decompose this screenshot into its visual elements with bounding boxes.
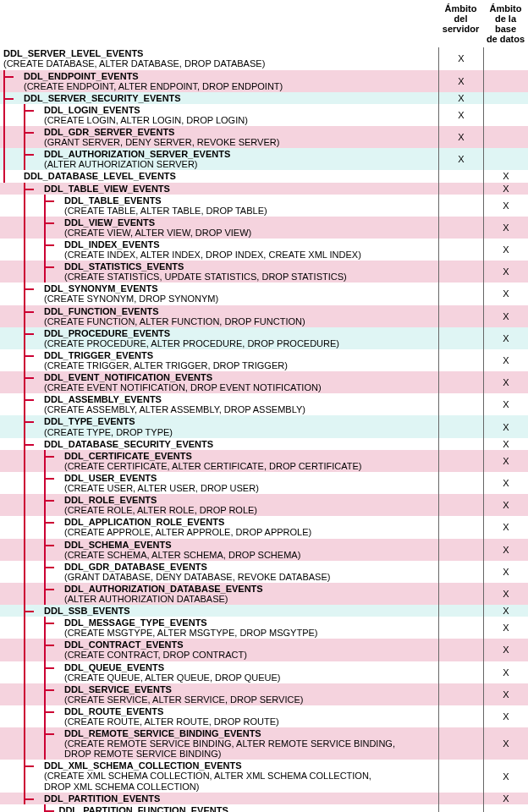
tree-cell: DDL_TABLE_VIEW_EVENTS [0,183,438,195]
tree-cell: DDL_TRIGGER_EVENTS(CREATE TRIGGER, ALTER… [0,349,438,371]
tree-connector-vertical [3,126,5,148]
server-scope-cell [438,760,483,792]
tree-cell: DDL_FUNCTION_EVENTS(CREATE FUNCTION, ALT… [0,305,438,327]
event-group-detail: (CREATE TABLE, ALTER TABLE, DROP TABLE) [64,206,267,216]
tree-row: DDL_SERVER_SECURITY_EVENTSX [0,92,528,104]
db-scope-cell: X [483,617,528,639]
server-scope-cell [438,415,483,437]
event-group-title: DDL_QUEUE_EVENTS [64,662,281,672]
tree-cell: DDL_SERVER_SECURITY_EVENTS [0,92,438,104]
db-scope-cell: X [483,605,528,617]
db-scope-cell: X [483,239,528,261]
tree-row: DDL_PARTITION_EVENTSX [0,793,528,804]
event-group-title: DDL_SYNONYM_EVENTS [44,283,218,294]
tree-row: DDL_SSB_EVENTSX [0,605,528,617]
tree-row: DDL_REMOTE_SERVICE_BINDING_EVENTS(CREATE… [0,727,528,760]
tree-row: DDL_DATABASE_LEVEL_EVENTSX [0,170,528,182]
server-scope-cell: X [438,126,483,148]
event-group-detail: (CREATE LOGIN, ALTER LOGIN, DROP LOGIN) [44,115,248,125]
tree-cell: DDL_LOGIN_EVENTS(CREATE LOGIN, ALTER LOG… [0,104,438,126]
tree-row: DDL_AUTHORIZATION_DATABASE_EVENTS(ALTER … [0,583,528,605]
tree-connector-vertical [24,239,25,261]
event-group-title: DDL_INDEX_EVENTS [64,239,361,250]
tree-row: DDL_APPLICATION_ROLE_EVENTS(CREATE APPRO… [0,516,528,538]
db-scope-cell: X [483,371,528,393]
tree-connector-corner [24,149,34,171]
tree-row: DDL_GDR_DATABASE_EVENTS(GRANT DATABASE, … [0,561,528,583]
tree-connector-vertical [24,661,25,683]
tree-cell: DDL_USER_EVENTS(CREATE USER, ALTER USER,… [0,472,438,494]
event-group-title: DDL_TYPE_EVENTS [44,416,173,426]
server-scope-cell: X [438,47,483,69]
event-group-detail: (CREATE VIEW, ALTER VIEW, DROP VIEW) [64,228,251,238]
tree-connector-corner [44,261,54,283]
event-group-detail: (CREATE TYPE, DROP TYPE) [44,427,173,437]
server-scope-cell [438,583,483,605]
tree-connector-vertical [3,148,5,170]
tree-cell: DDL_SYNONYM_EVENTS(CREATE SYNONYM, DROP … [0,283,438,304]
db-scope-cell: X [483,793,528,804]
tree-connector-corner [3,93,14,105]
server-scope-cell [438,661,483,683]
event-group-detail: (CREATE FUNCTION, ALTER FUNCTION, DROP F… [44,316,305,326]
server-scope-cell [438,170,483,182]
event-group-title: DDL_FUNCTION_EVENTS [44,306,305,316]
event-group-title: DDL_DATABASE_LEVEL_EVENTS [24,171,176,181]
event-group-title: DDL_MESSAGE_TYPE_EVENTS [64,617,318,628]
tree-connector-corner [44,473,54,495]
server-scope-cell: X [438,92,483,104]
tree-connector-corner [24,350,34,372]
event-group-detail: (ALTER AUTHORIZATION SERVER) [44,159,230,169]
tree-cell: DDL_XML_SCHEMA_COLLECTION_EVENTS(CREATE … [0,760,438,792]
event-group-title: DDL_AUTHORIZATION_SERVER_EVENTS [44,149,230,159]
tree-row: DDL_EVENT_NOTIFICATION_EVENTS(CREATE EVE… [0,371,528,393]
tree-cell: DDL_REMOTE_SERVICE_BINDING_EVENTS(CREATE… [0,727,438,760]
event-group-title: DDL_STATISTICS_EVENTS [64,261,347,272]
header-server-scope: Ámbito del servidor [438,0,483,47]
tree-cell: DDL_DATABASE_LEVEL_EVENTS [0,170,438,182]
tree-connector-corner [3,71,14,93]
db-scope-cell: X [483,472,528,494]
server-scope-cell: X [438,70,483,92]
tree-cell: DDL_AUTHORIZATION_SERVER_EVENTS(ALTER AU… [0,148,438,170]
tree-row: DDL_PARTITION_FUNCTION_EVENTS(CREATE PAR… [0,804,528,812]
tree-row: DDL_ROUTE_EVENTS(CREATE ROUTE, ALTER ROU… [0,705,528,727]
tree-cell: DDL_GDR_DATABASE_EVENTS(GRANT DATABASE, … [0,561,438,583]
db-scope-cell [483,104,528,126]
event-group-detail: (CREATE SCHEMA, ALTER SCHEMA, DROP SCHEM… [64,550,300,560]
event-group-detail: (CREATE REMOTE SERVICE BINDING, ALTER RE… [64,738,395,759]
db-scope-cell: X [483,170,528,182]
event-group-detail: (CREATE XML SCHEMA COLLECTION, ALTER XML… [44,771,371,791]
event-group-detail: (CREATE TRIGGER, ALTER TRIGGER, DROP TRI… [44,360,288,370]
tree-row: DDL_TABLE_VIEW_EVENTSX [0,183,528,195]
server-scope-cell [438,438,483,450]
tree-connector-vertical [24,727,25,760]
server-scope-cell [438,261,483,283]
event-group-title: DDL_USER_EVENTS [64,473,259,483]
tree-connector-corner [44,239,54,261]
tree-connector-corner [44,684,54,706]
event-group-detail: (CREATE SYNONYM, DROP SYNONYM) [44,294,218,304]
tree-cell: DDL_SSB_EVENTS [0,605,438,617]
tree-connector-corner [24,606,34,617]
tree-connector-vertical [24,617,25,639]
event-group-title: DDL_VIEW_EVENTS [64,217,251,228]
db-scope-cell: X [483,661,528,683]
tree-row: DDL_USER_EVENTS(CREATE USER, ALTER USER,… [0,472,528,494]
db-scope-cell: X [483,639,528,661]
db-scope-cell: X [483,183,528,195]
tree-cell: DDL_TABLE_EVENTS(CREATE TABLE, ALTER TAB… [0,195,438,217]
tree-connector-vertical [24,705,25,727]
event-group-title: DDL_SSB_EVENTS [44,606,129,616]
tree-connector-corner [44,728,54,760]
event-group-title: DDL_ASSEMBLY_EVENTS [44,394,305,404]
db-scope-cell: X [483,804,528,812]
event-group-detail: (CREATE QUEUE, ALTER QUEUE, DROP QUEUE) [64,672,281,683]
tree-cell: DDL_INDEX_EVENTS(CREATE INDEX, ALTER IND… [0,239,438,261]
tree-connector-vertical [24,472,25,494]
server-scope-cell [438,639,483,661]
tree-row: DDL_GDR_SERVER_EVENTS(GRANT SERVER, DENY… [0,126,528,148]
column-headers: Ámbito del servidor Ámbito de la base de… [0,0,528,47]
tree-connector-vertical [24,683,25,705]
tree-connector-corner [24,306,34,328]
